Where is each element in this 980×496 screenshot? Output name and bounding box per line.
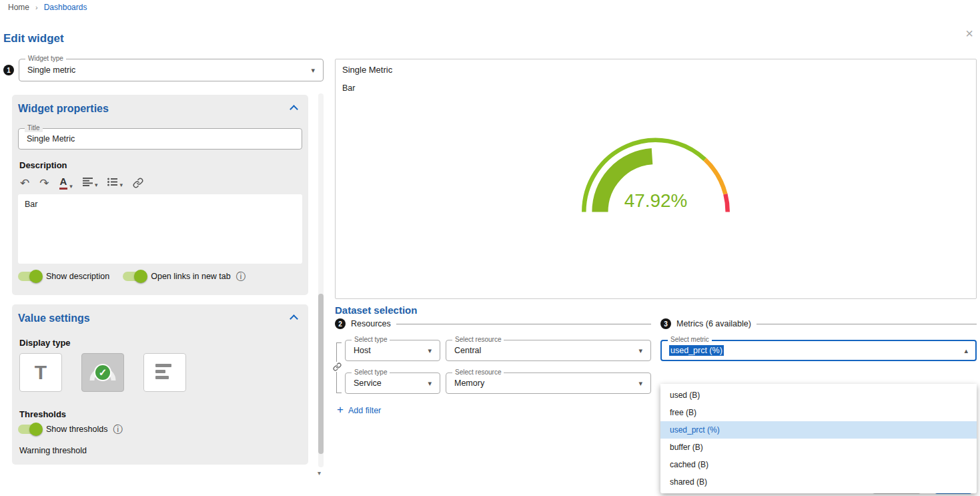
chevron-down-icon: ▾ xyxy=(95,182,98,188)
metric-option[interactable]: free (B) xyxy=(660,404,977,421)
display-type-label: Display type xyxy=(19,338,302,348)
show-description-label: Show description xyxy=(46,272,109,281)
breadcrumb: Home › Dashboards xyxy=(8,3,87,12)
resources-label-row: 2 Resources xyxy=(335,318,651,329)
chevron-down-icon: ▾ xyxy=(311,67,315,74)
align-icon xyxy=(83,178,93,188)
title-input[interactable]: Title Single Metric xyxy=(18,128,302,150)
thresholds-label: Thresholds xyxy=(19,409,302,419)
title-input-value: Single Metric xyxy=(27,134,75,144)
metrics-label: Metrics (6 available) xyxy=(676,319,751,328)
resource-type-value: Service xyxy=(354,379,382,388)
toggle-thumb xyxy=(29,423,43,436)
description-toggles-row: Show description Open links in new tab ⓘ xyxy=(18,272,302,281)
gauge-scale-critical-arc xyxy=(725,194,727,212)
value-settings-header: Value settings xyxy=(18,312,302,324)
thresholds-toggle-row: Show thresholds ⓘ xyxy=(18,425,302,434)
metric-option-selected[interactable]: used_prct (%) xyxy=(660,421,977,439)
scrollbar[interactable]: ▾ xyxy=(318,93,324,467)
step-3-badge: 3 xyxy=(660,318,671,329)
add-filter-label: Add filter xyxy=(348,406,381,415)
select-metric-input[interactable]: Select metric used_prct (%) ▴ xyxy=(660,340,977,361)
link-icon[interactable] xyxy=(133,178,143,188)
chevron-down-icon: ▾ xyxy=(119,182,123,188)
section-divider-line xyxy=(396,324,651,324)
scrollbar-thumb[interactable] xyxy=(318,294,324,454)
show-thresholds-label: Show thresholds xyxy=(46,425,107,434)
resource-type-select[interactable]: Select type Host ▾ xyxy=(345,340,440,361)
chevron-down-icon: ▾ xyxy=(638,347,642,354)
section-divider-line xyxy=(757,324,977,324)
resource-select[interactable]: Select resource Memory ▾ xyxy=(446,373,651,394)
widget-type-row: 1 Widget type Single metric ▾ xyxy=(3,59,324,81)
metric-option[interactable]: shared (B) xyxy=(660,473,977,491)
open-links-label: Open links in new tab xyxy=(151,272,231,281)
resource-select[interactable]: Select resource Central ▾ xyxy=(446,340,651,361)
list-button[interactable]: ▾ xyxy=(107,178,123,188)
gauge-chart: 47.92% xyxy=(569,126,743,220)
open-links-toggle[interactable] xyxy=(123,272,145,281)
chevron-down-icon: ▾ xyxy=(69,183,73,190)
value-settings-panel: Value settings Display type T ✓ Threshol… xyxy=(12,304,308,465)
collapse-chevron-icon[interactable] xyxy=(290,314,298,323)
breadcrumb-dashboards-link[interactable]: Dashboards xyxy=(44,3,87,12)
show-description-toggle[interactable] xyxy=(18,272,41,281)
chevron-down-icon: ▾ xyxy=(428,347,432,354)
metric-option[interactable]: cached (B) xyxy=(660,456,977,473)
description-textarea[interactable]: Bar xyxy=(18,194,302,264)
align-button[interactable]: ▾ xyxy=(83,178,98,188)
select-resource-label: Select resource xyxy=(452,336,504,344)
bar-display-icon xyxy=(155,364,174,381)
select-type-label: Select type xyxy=(352,368,390,377)
display-type-bar-button[interactable] xyxy=(143,353,186,392)
widget-type-value: Single metric xyxy=(27,65,75,75)
resources-label: Resources xyxy=(351,319,391,328)
show-thresholds-toggle[interactable] xyxy=(18,425,41,434)
redo-icon[interactable]: ↷ xyxy=(39,178,49,189)
select-type-label: Select type xyxy=(352,336,390,344)
resource-value: Memory xyxy=(454,379,484,388)
resource-rows: Select type Host ▾ Select resource Centr… xyxy=(345,340,651,394)
widget-type-select[interactable]: Widget type Single metric ▾ xyxy=(19,59,324,81)
warning-threshold-label: Warning threshold xyxy=(19,446,302,455)
step-2-badge: 2 xyxy=(335,318,346,329)
info-icon[interactable]: ⓘ xyxy=(236,272,246,281)
add-filter-button[interactable]: + Add filter xyxy=(337,405,651,415)
chevron-up-icon: ▴ xyxy=(964,347,968,354)
preview-title: Single Metric xyxy=(342,65,969,75)
metric-option[interactable]: buffer (B) xyxy=(660,439,977,456)
resource-row: Select type Host ▾ Select resource Centr… xyxy=(345,340,651,361)
breadcrumb-separator-icon: › xyxy=(35,3,38,11)
gauge-value-text: 47.92% xyxy=(624,190,687,211)
display-type-gauge-button[interactable]: ✓ xyxy=(81,353,124,392)
widget-preview: Single Metric Bar 47.92% xyxy=(335,59,977,299)
chevron-down-icon: ▾ xyxy=(428,380,432,387)
text-color-button[interactable]: A ▾ xyxy=(59,176,73,190)
plus-icon: + xyxy=(337,404,344,415)
select-resource-label: Select resource xyxy=(452,368,504,377)
resource-row: Select type Service ▾ Select resource Me… xyxy=(345,373,651,394)
resource-type-value: Host xyxy=(354,346,371,355)
widget-properties-heading: Widget properties xyxy=(18,103,109,115)
chevron-down-icon: ▾ xyxy=(638,380,642,387)
step-1-badge: 1 xyxy=(3,65,14,75)
select-metric-label: Select metric xyxy=(668,336,712,344)
value-settings-heading: Value settings xyxy=(18,312,90,324)
scroll-down-icon[interactable]: ▾ xyxy=(318,469,321,477)
display-type-text-button[interactable]: T xyxy=(19,353,62,392)
text-color-icon: A xyxy=(59,176,68,190)
collapse-chevron-icon[interactable] xyxy=(290,105,298,113)
widget-properties-panel: Widget properties Title Single Metric De… xyxy=(12,95,308,295)
selected-check-icon: ✓ xyxy=(94,364,111,381)
metric-option[interactable]: used (B) xyxy=(660,387,977,404)
title-input-label: Title xyxy=(25,124,43,132)
undo-icon[interactable]: ↶ xyxy=(20,178,29,189)
info-icon[interactable]: ⓘ xyxy=(113,425,122,434)
resource-type-select[interactable]: Select type Service ▾ xyxy=(345,373,440,394)
select-metric-value: used_prct (%) xyxy=(669,345,724,356)
breadcrumb-home-link[interactable]: Home xyxy=(8,3,29,12)
toggle-thumb xyxy=(29,270,43,283)
widget-type-label: Widget type xyxy=(25,55,66,63)
close-icon[interactable]: × xyxy=(965,27,973,40)
resource-value: Central xyxy=(454,346,481,355)
